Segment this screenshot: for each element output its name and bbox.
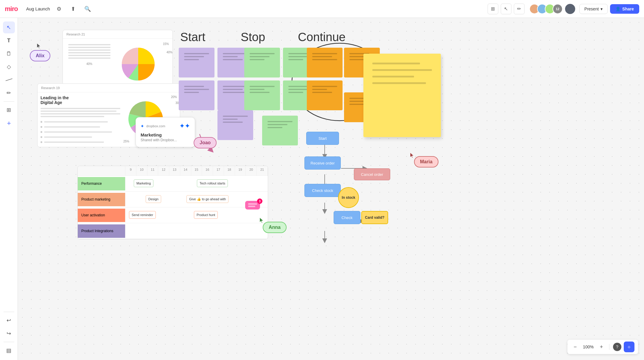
- zoom-out-button[interactable]: −: [571, 343, 579, 351]
- task-marketing[interactable]: Marketing: [134, 179, 153, 187]
- gantt-chart[interactable]: 9 10 11 12 13 14 15 16 17 18 19 20 21 Pe…: [77, 166, 268, 239]
- bullet-4: [41, 136, 120, 138]
- sticky-stop-1[interactable]: [244, 48, 280, 77]
- gantt-row-product-integrations[interactable]: Product Integrations: [78, 223, 268, 239]
- sidebar-divider-1: [4, 101, 14, 102]
- continue-header: Continue: [298, 30, 346, 44]
- flowchart-check-stock[interactable]: Check stock: [304, 184, 341, 197]
- zoom-controls: − 100% + ? ⟐: [567, 340, 638, 354]
- sticky-start-3[interactable]: [179, 80, 214, 110]
- comment-count: 3: [257, 198, 262, 204]
- sticky-large-yellow[interactable]: [363, 54, 441, 137]
- text-tool[interactable]: T: [3, 35, 15, 46]
- stop-header: Stop: [241, 30, 265, 44]
- pct-label-1: 15%: [163, 42, 169, 46]
- task-send-reminder[interactable]: Send reminder: [129, 211, 156, 219]
- settings-button[interactable]: ⚙: [54, 4, 64, 14]
- user-label-joao[interactable]: Joao: [194, 137, 217, 148]
- gantt-col-9: 9: [125, 166, 136, 176]
- flowchart-card-valid[interactable]: Card valid?: [361, 211, 388, 224]
- sticky-cont-3[interactable]: [307, 80, 343, 110]
- dropbox-logo: ✦✦: [179, 122, 190, 130]
- r-line: [68, 55, 111, 56]
- select-tool[interactable]: ↖: [3, 21, 15, 33]
- shape-tool[interactable]: ◇: [3, 61, 15, 73]
- header: miro Aug Launch ⚙ ⬆ 🔍 ⊞ ↖ ✏ 12 Present ▾…: [0, 0, 644, 18]
- header-tools: ⚙ ⬆ 🔍: [54, 4, 93, 14]
- board-title[interactable]: Aug Launch: [23, 4, 54, 13]
- user-label-maria[interactable]: Maria: [414, 156, 438, 167]
- task-product-hunt[interactable]: Product hunt: [194, 211, 218, 219]
- sticky-cont-1[interactable]: [307, 48, 343, 77]
- flowchart-in-stock[interactable]: In stock: [338, 187, 359, 208]
- gantt-row-user-activation[interactable]: User activation Send reminder Product hu…: [78, 207, 268, 223]
- gantt-col-18: 18: [224, 166, 235, 176]
- gantt-label-performance: Performance: [78, 177, 125, 190]
- present-button[interactable]: Present ▾: [579, 4, 608, 14]
- sticky-start-1[interactable]: [179, 48, 214, 77]
- sticky-start-5[interactable]: [217, 110, 253, 140]
- user-label-anna[interactable]: Anna: [263, 222, 287, 233]
- pen-tool[interactable]: ✏: [3, 87, 15, 99]
- line-tool[interactable]: ╱: [0, 72, 17, 89]
- task-tech-rollout[interactable]: Tech rollout starts: [197, 179, 228, 187]
- sticky-stop-3[interactable]: [244, 80, 280, 110]
- doc-line: [41, 113, 120, 114]
- gantt-col-14: 14: [180, 166, 191, 176]
- cursor-maria: [409, 152, 415, 160]
- panel-toggle-button[interactable]: ▤: [3, 345, 15, 356]
- redo-button[interactable]: ↪: [3, 328, 15, 339]
- miro-logo[interactable]: miro: [5, 5, 18, 13]
- cursor-tool-button[interactable]: ↖: [501, 4, 511, 14]
- pct2-4: 25%: [123, 140, 129, 143]
- canvas[interactable]: Alix Research 21 40%: [18, 18, 644, 360]
- flowchart-cancel-order[interactable]: Cancel order: [354, 168, 390, 180]
- bullet-2: [41, 126, 120, 128]
- pie-chart-1: 15% 40% 5%: [116, 42, 169, 86]
- dropbox-url: dropbox.com: [146, 124, 165, 128]
- sticky-stop-5[interactable]: [262, 116, 298, 145]
- zoom-in-button[interactable]: +: [597, 343, 606, 351]
- user-label-alix[interactable]: Alix: [30, 50, 50, 61]
- search-button[interactable]: 🔍: [82, 4, 93, 14]
- collaborator-avatars[interactable]: 12: [529, 3, 576, 15]
- add-tool[interactable]: ＋: [3, 117, 15, 129]
- task-give-go-ahead[interactable]: Give 👍 to go ahead with: [186, 195, 228, 203]
- gantt-col-13: 13: [169, 166, 180, 176]
- undo-button[interactable]: ↩: [3, 314, 15, 326]
- research-card-1[interactable]: Research 21 40%: [63, 30, 173, 90]
- cursor-anna: [259, 217, 265, 225]
- magic-button[interactable]: ⟐: [624, 342, 634, 352]
- help-button[interactable]: ?: [613, 343, 621, 351]
- flowchart-start[interactable]: Start: [306, 132, 339, 145]
- doc-bullets: [41, 120, 120, 144]
- dropbox-card[interactable]: ✦ dropbox.com ✦✦ Marketing Shared with D…: [136, 117, 195, 147]
- gantt-row-product-marketing[interactable]: Product marketing Design Give 👍 to go ah…: [78, 192, 268, 207]
- sticky-note-tool[interactable]: 🗒: [3, 48, 15, 60]
- comment-bubble[interactable]: 3: [245, 201, 260, 210]
- current-user-avatar: [564, 3, 576, 15]
- doc-line: [41, 111, 116, 112]
- task-design[interactable]: Design: [146, 195, 161, 203]
- chart-label-bottom: 40%: [66, 62, 113, 66]
- dropbox-header: ✦ dropbox.com ✦✦: [141, 122, 190, 130]
- sidebar-divider-3: [4, 342, 14, 342]
- research-card-1-lines: 40%: [66, 42, 113, 86]
- flowchart-receive-order[interactable]: Receive order: [304, 156, 341, 170]
- marker-tool-button[interactable]: ✏: [514, 4, 525, 14]
- research-card-2-header: Research 19: [38, 84, 180, 92]
- cursor-alix: [36, 43, 42, 51]
- flowchart-check[interactable]: Check: [334, 211, 360, 224]
- upload-button[interactable]: ⬆: [68, 4, 79, 14]
- gantt-label-product-integrations: Product Integrations: [78, 224, 125, 238]
- gantt-row-performance[interactable]: Performance Marketing Tech rollout start…: [78, 176, 268, 192]
- bullet-1: [41, 121, 120, 123]
- gantt-col-19: 19: [235, 166, 246, 176]
- grid-view-button[interactable]: ⊞: [488, 4, 498, 14]
- zoom-level: 100%: [582, 345, 595, 349]
- frame-tool[interactable]: ⊞: [3, 104, 15, 116]
- gantt-col-20: 20: [246, 166, 257, 176]
- start-header: Start: [180, 30, 205, 44]
- gantt-content-product-integrations: [125, 223, 268, 239]
- share-button[interactable]: 👤 Share: [610, 4, 639, 14]
